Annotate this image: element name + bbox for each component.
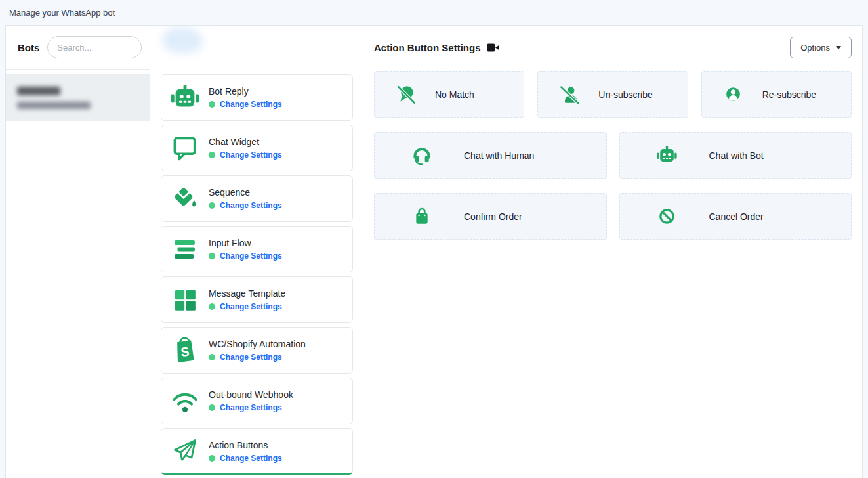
action-button-no-match[interactable]: No Match [374,71,524,118]
redacted-bot-phone [17,102,91,109]
robot-icon [655,144,679,166]
grid-icon [161,287,209,313]
panel-header: Action Button Settings Options [374,26,852,58]
chat-widget-icon [161,134,209,163]
card-title: Chat Widget [209,137,282,147]
main-panel: Bots [5,25,863,478]
settings-card-bot-reply[interactable]: Bot Reply Change Settings [161,74,353,121]
card-title: Bot Reply [209,86,282,97]
change-settings-link[interactable]: Change Settings [220,302,282,311]
paint-bucket-icon [161,185,209,213]
action-button-label: No Match [435,89,474,100]
shopify-bag-icon: S [161,336,209,365]
change-settings-link[interactable]: Change Settings [220,100,282,109]
action-button-settings-panel: Action Button Settings Options [363,26,862,478]
card-title: WC/Shopify Automation [209,339,306,349]
settings-card-list: Bot Reply Change Settings Chat Widget Ch… [161,74,353,478]
action-button-label: Cancel Order [709,211,764,222]
card-title: Message Template [209,288,285,299]
sidebar-header: Bots [6,26,150,70]
status-dot [209,101,215,108]
change-settings-link[interactable]: Change Settings [220,403,282,412]
headset-icon [410,144,434,167]
action-button-cancel-order[interactable]: Cancel Order [619,193,852,240]
settings-card-wc-shopify[interactable]: S WC/Shopify Automation Change Settings [161,327,353,374]
action-button-label: Re-subscribe [762,89,816,100]
status-dot [209,303,215,310]
action-button-unsubscribe[interactable]: Un-subscribe [537,71,688,118]
chat-slash-icon [394,83,418,106]
status-dot [209,202,215,209]
action-button-label: Confirm Order [464,211,522,222]
bot-search-input[interactable] [47,36,142,58]
robot-icon [161,83,209,113]
card-title: Out-bound Webhook [209,389,293,400]
person-slash-icon [558,83,581,106]
status-dot [209,404,215,411]
settings-card-sequence[interactable]: Sequence Change Settings [161,175,353,222]
panel-title-text: Action Button Settings [374,42,480,53]
action-button-label: Chat with Human [464,150,534,161]
settings-card-message-template[interactable]: Message Template Change Settings [161,276,353,323]
options-button[interactable]: Options [790,37,852,58]
input-flow-icon [161,236,209,263]
action-button-label: Un-subscribe [598,89,652,100]
change-settings-link[interactable]: Change Settings [220,454,282,463]
person-circle-icon [722,84,745,104]
bag-icon [410,206,434,227]
change-settings-link[interactable]: Change Settings [220,353,282,362]
paper-plane-icon [161,437,209,466]
page-title: Manage your WhatsApp bot [9,8,115,18]
action-button-resubscribe[interactable]: Re-subscribe [701,71,852,118]
card-title: Input Flow [209,238,282,248]
panel-title: Action Button Settings [374,42,499,53]
slashed-circle-icon [655,206,679,227]
wifi-icon [161,387,209,416]
settings-card-outbound-webhook[interactable]: Out-bound Webhook Change Settings [161,378,353,424]
top-bar: Manage your WhatsApp bot [0,0,868,25]
settings-card-chat-widget[interactable]: Chat Widget Change Settings [161,125,353,171]
bot-list-item-selected[interactable] [6,74,150,121]
action-button-row-1: No Match Un-subscribe [374,71,852,118]
settings-card-action-buttons[interactable]: Action Buttons Change Settings [161,428,353,475]
options-button-label: Options [800,43,830,53]
svg-text:S: S [180,344,190,358]
bots-heading: Bots [18,42,39,53]
status-dot [209,152,215,158]
redacted-bot-name [17,87,60,95]
change-settings-link[interactable]: Change Settings [220,201,282,210]
caret-down-icon [836,46,841,49]
action-button-chat-with-bot[interactable]: Chat with Bot [619,132,852,179]
status-dot [209,455,215,462]
status-dot [209,354,215,360]
status-dot [209,253,215,259]
action-button-chat-with-human[interactable]: Chat with Human [374,132,607,179]
blurred-avatar-blob [162,27,203,53]
action-button-confirm-order[interactable]: Confirm Order [374,193,607,240]
video-camera-icon [487,43,499,53]
bots-sidebar: Bots [6,26,150,478]
action-button-row-2: Chat with Human Chat with Bot [374,132,852,179]
settings-nav-column: Bot Reply Change Settings Chat Widget Ch… [150,26,363,478]
action-button-label: Chat with Bot [709,150,764,161]
change-settings-link[interactable]: Change Settings [220,251,282,261]
settings-card-input-flow[interactable]: Input Flow Change Settings [161,226,353,272]
card-title: Action Buttons [209,440,282,450]
card-title: Sequence [209,187,282,198]
action-button-row-3: Confirm Order Cancel Order [374,193,852,240]
change-settings-link[interactable]: Change Settings [220,150,282,160]
